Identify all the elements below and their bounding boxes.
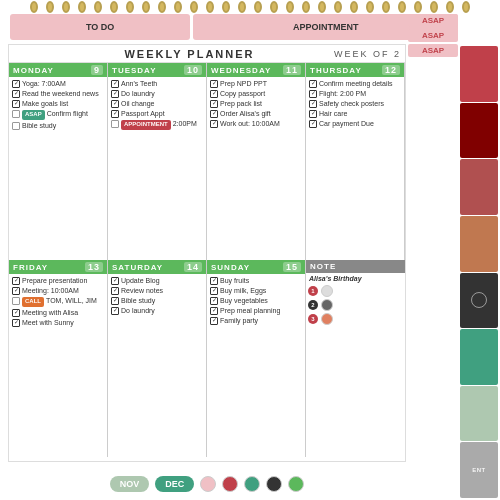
task-item[interactable]: ✓Prepare presentation xyxy=(12,276,104,285)
task-item[interactable]: ✓Copy passport xyxy=(210,89,302,98)
task-item[interactable]: ✓Buy fruits xyxy=(210,276,302,285)
task-item[interactable]: ✓Meet with Sunny xyxy=(12,318,104,327)
task-item[interactable]: ✓Yoga: 7:00AM xyxy=(12,79,104,88)
task-item[interactable]: ✓Make goals list xyxy=(12,99,104,108)
task-text: Meeting with Alisa xyxy=(22,308,104,317)
task-checkbox[interactable]: ✓ xyxy=(111,110,119,118)
task-checkbox[interactable]: ✓ xyxy=(210,100,218,108)
task-item[interactable]: ✓Update Blog xyxy=(111,276,203,285)
task-checkbox[interactable] xyxy=(12,110,20,118)
task-item[interactable]: ✓Do laundry xyxy=(111,306,203,315)
task-item[interactable]: ✓Ann's Teeth xyxy=(111,79,203,88)
sticker-0[interactable] xyxy=(460,46,498,102)
task-checkbox[interactable]: ✓ xyxy=(210,307,218,315)
task-item[interactable]: ✓Prep meal planning xyxy=(210,306,302,315)
task-item[interactable]: ASAPConfirm flight xyxy=(12,109,104,120)
spiral-coil xyxy=(350,1,358,13)
sticker-1[interactable] xyxy=(460,103,498,159)
task-checkbox[interactable]: ✓ xyxy=(12,277,20,285)
task-item[interactable]: ✓Order Alisa's gift xyxy=(210,109,302,118)
task-checkbox[interactable]: ✓ xyxy=(12,100,20,108)
spiral-coil xyxy=(430,1,438,13)
task-checkbox[interactable]: ✓ xyxy=(210,287,218,295)
task-checkbox[interactable]: ✓ xyxy=(111,277,119,285)
task-checkbox[interactable]: ✓ xyxy=(111,307,119,315)
task-checkbox[interactable] xyxy=(12,297,20,305)
task-checkbox[interactable]: ✓ xyxy=(111,287,119,295)
task-item[interactable]: Bible study xyxy=(12,121,104,130)
color-dot-0[interactable] xyxy=(200,476,216,492)
month-tab-nov[interactable]: NOV xyxy=(110,476,150,492)
task-checkbox[interactable]: ✓ xyxy=(210,110,218,118)
color-dot-3[interactable] xyxy=(266,476,282,492)
task-checkbox[interactable]: ✓ xyxy=(309,110,317,118)
task-checkbox[interactable]: ✓ xyxy=(210,297,218,305)
sticker-panel: ENT xyxy=(458,44,500,500)
day-header-wednesday: WEDNESDAY11 xyxy=(207,63,305,77)
sticker-7[interactable]: ENT xyxy=(460,442,498,498)
task-text: Buy fruits xyxy=(220,276,302,285)
task-checkbox[interactable]: ✓ xyxy=(111,100,119,108)
task-checkbox[interactable]: ✓ xyxy=(309,90,317,98)
task-checkbox[interactable]: ✓ xyxy=(309,120,317,128)
task-checkbox[interactable]: ✓ xyxy=(210,80,218,88)
task-item[interactable]: CALLTOM, WILL, JIM xyxy=(12,296,104,307)
task-text: Update Blog xyxy=(121,276,203,285)
task-item[interactable]: APPOINTMENT2:00PM xyxy=(111,119,203,130)
task-item[interactable]: ✓Oil change xyxy=(111,99,203,108)
day-header-friday: FRIDAY13 xyxy=(9,260,107,274)
task-checkbox[interactable]: ✓ xyxy=(210,317,218,325)
task-item[interactable]: ✓Work out: 10:00AM xyxy=(210,119,302,128)
task-item[interactable]: ✓Meeting: 10:00AM xyxy=(12,286,104,295)
color-dot-1[interactable] xyxy=(222,476,238,492)
color-dot-2[interactable] xyxy=(244,476,260,492)
task-checkbox[interactable] xyxy=(111,120,119,128)
task-item[interactable]: ✓Family party xyxy=(210,316,302,325)
task-checkbox[interactable]: ✓ xyxy=(111,80,119,88)
task-item[interactable]: ✓Read the weekend news xyxy=(12,89,104,98)
task-item[interactable]: ✓Prep NPD PPT xyxy=(210,79,302,88)
sticker-3[interactable] xyxy=(460,216,498,272)
task-text: Family party xyxy=(220,316,302,325)
task-item[interactable]: ✓Buy milk, Eggs xyxy=(210,286,302,295)
task-item[interactable]: ✓Buy vegetables xyxy=(210,296,302,305)
task-item[interactable]: ✓Review notes xyxy=(111,286,203,295)
task-checkbox[interactable] xyxy=(12,122,20,130)
task-checkbox[interactable]: ✓ xyxy=(111,90,119,98)
task-checkbox[interactable]: ✓ xyxy=(309,100,317,108)
todo-label: TO DO xyxy=(86,22,114,32)
task-checkbox[interactable]: ✓ xyxy=(210,90,218,98)
day-col-monday: MONDAY9✓Yoga: 7:00AM✓Read the weekend ne… xyxy=(9,63,108,260)
task-item[interactable]: ✓Flight: 2:00 PM xyxy=(309,89,401,98)
spiral-coil xyxy=(302,1,310,13)
color-dot-4[interactable] xyxy=(288,476,304,492)
task-checkbox[interactable]: ✓ xyxy=(210,120,218,128)
task-item[interactable]: ✓Car payment Due xyxy=(309,119,401,128)
task-checkbox[interactable]: ✓ xyxy=(12,319,20,327)
spiral-coil xyxy=(414,1,422,13)
task-item[interactable]: ✓Passport Appt xyxy=(111,109,203,118)
task-item[interactable]: ✓Confirm meeting details xyxy=(309,79,401,88)
sticker-5[interactable] xyxy=(460,329,498,385)
todo-tab[interactable]: TO DO xyxy=(10,14,190,40)
task-item[interactable]: ✓Meeting with Alisa xyxy=(12,308,104,317)
appointment-label: APPOINTMENT xyxy=(293,22,359,32)
task-item[interactable]: ✓Hair care xyxy=(309,109,401,118)
task-item[interactable]: ✓Do laundry xyxy=(111,89,203,98)
task-checkbox[interactable]: ✓ xyxy=(12,90,20,98)
task-checkbox[interactable]: ✓ xyxy=(210,277,218,285)
task-checkbox[interactable]: ✓ xyxy=(111,297,119,305)
task-text: Order Alisa's gift xyxy=(220,109,302,118)
task-checkbox[interactable]: ✓ xyxy=(309,80,317,88)
task-checkbox[interactable]: ✓ xyxy=(12,309,20,317)
task-text: CALLTOM, WILL, JIM xyxy=(22,296,104,307)
sticker-2[interactable] xyxy=(460,159,498,215)
sticker-4[interactable] xyxy=(460,273,498,329)
task-checkbox[interactable]: ✓ xyxy=(12,80,20,88)
task-item[interactable]: ✓Safety check posters xyxy=(309,99,401,108)
task-item[interactable]: ✓Bible study xyxy=(111,296,203,305)
sticker-6[interactable] xyxy=(460,386,498,442)
task-item[interactable]: ✓Prep pack list xyxy=(210,99,302,108)
month-tab-dec[interactable]: DEC xyxy=(155,476,194,492)
task-checkbox[interactable]: ✓ xyxy=(12,287,20,295)
